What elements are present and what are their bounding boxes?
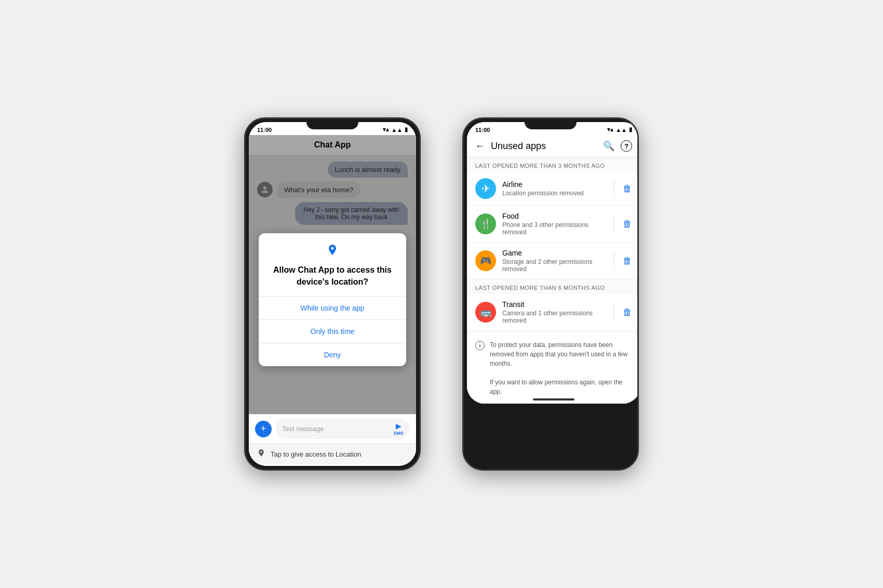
- transit-icon: 🚌: [475, 302, 496, 323]
- battery-icon: ▮: [405, 126, 408, 133]
- power-button[interactable]: [419, 181, 421, 212]
- message-input[interactable]: Text message ▶ SMS: [276, 419, 410, 439]
- game-icon: 🎮: [475, 250, 496, 271]
- food-icon: 🍴: [475, 213, 496, 234]
- divider: [614, 303, 614, 322]
- unused-apps-screen: ← Unused apps 🔍 ? LAST OPENED MORE THAN …: [467, 135, 639, 404]
- phone-1: 11:00 ▾▴ ▲▲ ▮ Chat App Lunch is almost r…: [244, 117, 421, 471]
- location-banner-text: Tap to give access to Location: [271, 450, 361, 458]
- back-button[interactable]: ←: [475, 141, 485, 152]
- header-icons: 🔍 ?: [603, 140, 632, 152]
- airline-name: Airline: [502, 180, 606, 189]
- app-header: ← Unused apps 🔍 ?: [467, 135, 639, 157]
- phone-2: 11:00 ▾▴ ▲▲ ▮ ← Unused apps 🔍 ? LAST OPE…: [462, 117, 639, 471]
- permission-dialog: Allow Chat App to access this device's l…: [259, 233, 406, 366]
- divider: [614, 179, 614, 198]
- divider: [614, 215, 614, 233]
- status-bar-2: 11:00 ▾▴ ▲▲ ▮: [467, 122, 639, 135]
- status-time: 11:00: [257, 127, 272, 133]
- info-icon: i: [475, 341, 485, 350]
- divider: [614, 251, 614, 270]
- app-item-airline[interactable]: ✈ Airline Location permission removed 🗑: [467, 172, 639, 206]
- game-perm: Storage and 2 other permissions removed: [502, 258, 606, 273]
- volume-down-button-2[interactable]: [462, 197, 464, 218]
- transit-perm: Camera and 1 other permissions removed: [502, 310, 606, 324]
- info-text-2: If you want to allow permissions again, …: [490, 379, 622, 395]
- airline-icon: ✈: [475, 178, 496, 199]
- app-item-transit[interactable]: 🚌 Transit Camera and 1 other permissions…: [467, 294, 639, 331]
- input-placeholder: Text message: [282, 425, 324, 433]
- power-button-2[interactable]: [637, 181, 639, 212]
- battery-icon-2: ▮: [629, 126, 632, 133]
- deny-button[interactable]: Deny: [259, 343, 406, 366]
- dialog-title: Allow Chat App to access this device's l…: [269, 264, 395, 288]
- add-button[interactable]: +: [255, 421, 272, 437]
- signal-icon-2: ▲▲: [616, 127, 627, 133]
- chat-input-row: + Text message ▶ SMS: [249, 414, 416, 443]
- status-icons-2: ▾▴ ▲▲ ▮: [607, 126, 632, 133]
- info-text: To protect your data, permissions have b…: [490, 340, 632, 396]
- location-icon: [269, 244, 395, 259]
- airline-info: Airline Location permission removed: [502, 180, 606, 197]
- wifi-icon-2: ▾▴: [607, 126, 613, 133]
- info-text-1: To protect your data, permissions have b…: [490, 341, 627, 367]
- info-box: i To protect your data, permissions have…: [467, 333, 639, 404]
- volume-down-button[interactable]: [244, 197, 246, 218]
- transit-name: Transit: [502, 300, 606, 309]
- game-name: Game: [502, 249, 606, 257]
- status-bar: 11:00 ▾▴ ▲▲ ▮: [249, 122, 416, 135]
- status-time-2: 11:00: [475, 127, 490, 133]
- dialog-content: Allow Chat App to access this device's l…: [259, 233, 406, 296]
- food-delete-icon[interactable]: 🗑: [623, 219, 632, 230]
- signal-icon: ▲▲: [391, 127, 403, 133]
- app-item-food[interactable]: 🍴 Food Phone and 3 other permissions rem…: [467, 206, 639, 243]
- food-info: Food Phone and 3 other permissions remov…: [502, 212, 606, 236]
- app-item-game[interactable]: 🎮 Game Storage and 2 other permissions r…: [467, 243, 639, 279]
- sms-label: SMS: [393, 431, 404, 436]
- chat-bottom-bar: + Text message ▶ SMS Tap to give access …: [249, 414, 416, 464]
- help-icon[interactable]: ?: [621, 140, 632, 152]
- food-perm: Phone and 3 other permissions removed: [502, 221, 606, 236]
- game-info: Game Storage and 2 other permissions rem…: [502, 249, 606, 273]
- home-indicator[interactable]: [533, 398, 574, 400]
- food-name: Food: [502, 212, 606, 220]
- airline-delete-icon[interactable]: 🗑: [623, 183, 632, 194]
- send-button[interactable]: ▶ SMS: [393, 422, 404, 436]
- section-label-1: LAST OPENED MORE THAN 3 MONTHS AGO: [467, 157, 639, 172]
- section-label-2: LAST OPENED MORE THAN 6 MONTHS AGO: [467, 279, 639, 294]
- status-icons: ▾▴ ▲▲ ▮: [383, 126, 408, 133]
- while-using-button[interactable]: While using the app: [259, 296, 406, 319]
- volume-up-button-2[interactable]: [462, 171, 464, 192]
- game-delete-icon[interactable]: 🗑: [623, 256, 632, 266]
- wifi-icon: ▾▴: [383, 126, 389, 133]
- location-banner-icon: [257, 449, 265, 459]
- location-banner[interactable]: Tap to give access to Location: [249, 443, 416, 464]
- transit-info: Transit Camera and 1 other permissions r…: [502, 300, 606, 324]
- search-icon[interactable]: 🔍: [603, 140, 614, 152]
- transit-delete-icon[interactable]: 🗑: [623, 307, 632, 318]
- screen-title: Unused apps: [491, 141, 597, 152]
- chat-screen: Chat App Lunch is almost ready What's yo…: [249, 135, 416, 464]
- airline-perm: Location permission removed: [502, 190, 606, 197]
- volume-up-button[interactable]: [244, 171, 246, 192]
- only-this-time-button[interactable]: Only this time: [259, 319, 406, 343]
